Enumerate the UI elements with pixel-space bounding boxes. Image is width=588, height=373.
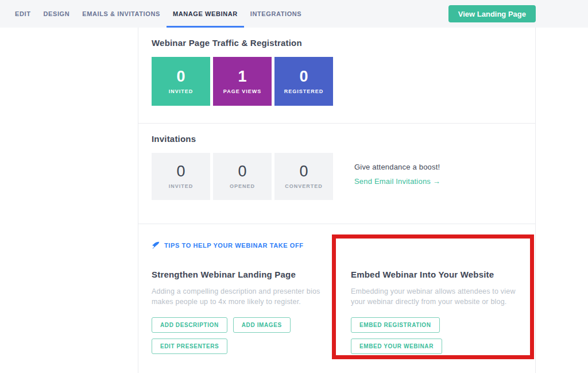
- embed-your-webinar-button[interactable]: EMBED YOUR WEBINAR: [351, 339, 442, 354]
- page: EDIT DESIGN EMAILS & INVITATIONS MANAGE …: [0, 0, 588, 373]
- stat-tile-opened: 0 OPENED: [213, 153, 272, 200]
- top-nav: EDIT DESIGN EMAILS & INVITATIONS MANAGE …: [0, 0, 588, 28]
- stat-value: 0: [299, 164, 308, 179]
- embed-title: Embed Webinar Into Your Website: [351, 270, 522, 279]
- strengthen-buttons: ADD DESCRIPTION ADD IMAGES EDIT PRESENTE…: [152, 317, 335, 354]
- tab-edit[interactable]: EDIT: [9, 0, 37, 28]
- stat-value: 0: [238, 164, 246, 179]
- stat-tile-page-views: 1 PAGE VIEWS: [213, 57, 272, 106]
- embed-registration-button[interactable]: EMBED REGISTRATION: [351, 317, 440, 333]
- stat-value: 0: [176, 164, 185, 179]
- tab-manage-webinar[interactable]: MANAGE WEBINAR: [167, 0, 244, 28]
- tips-section: TIPS TO HELP YOUR WEBINAR TAKE OFF Stren…: [138, 224, 535, 373]
- stat-tile-registered: 0 REGISTERED: [274, 57, 333, 106]
- embed-buttons: EMBED REGISTRATION EMBED YOUR WEBINAR: [351, 317, 522, 354]
- nav-tabs: EDIT DESIGN EMAILS & INVITATIONS MANAGE …: [0, 0, 308, 28]
- stat-label: REGISTERED: [284, 89, 324, 94]
- strengthen-title: Strengthen Webinar Landing Page: [152, 270, 351, 279]
- stat-label: CONVERTED: [285, 183, 323, 189]
- embed-webinar-column: Embed Webinar Into Your Website Embeddin…: [351, 270, 522, 354]
- strengthen-description: Adding a compelling description and pres…: [152, 286, 325, 307]
- edit-presenters-button[interactable]: EDIT PRESENTERS: [152, 339, 227, 354]
- send-email-invitations-link[interactable]: Send Email Invitations →: [354, 177, 440, 186]
- tips-columns: Strengthen Webinar Landing Page Adding a…: [152, 270, 522, 354]
- content-panel: Webinar Page Traffic & Registration 0 IN…: [138, 28, 536, 373]
- stat-value: 0: [176, 69, 185, 84]
- boost-text: Give attendance a boost!: [354, 163, 440, 171]
- rocket-icon: [152, 241, 160, 249]
- stat-label: PAGE VIEWS: [223, 89, 261, 94]
- invitations-row: 0 INVITED 0 OPENED 0 CONVERTED Give atte…: [152, 153, 522, 200]
- stat-value: 0: [299, 69, 308, 84]
- stat-tile-converted: 0 CONVERTED: [274, 153, 333, 200]
- embed-description: Embedding your webinar allows attendees …: [351, 286, 522, 307]
- stat-label: INVITED: [169, 89, 194, 94]
- tips-header-label: TIPS TO HELP YOUR WEBINAR TAKE OFF: [164, 242, 304, 249]
- traffic-stat-tiles: 0 INVITED 1 PAGE VIEWS 0 REGISTERED: [152, 57, 522, 106]
- tab-integrations[interactable]: INTEGRATIONS: [244, 0, 308, 28]
- view-landing-page-button[interactable]: View Landing Page: [448, 5, 536, 22]
- invitations-section-title: Invitations: [152, 134, 522, 144]
- stat-label: INVITED: [169, 183, 194, 189]
- tab-design[interactable]: DESIGN: [37, 0, 76, 28]
- stat-value: 1: [238, 69, 246, 84]
- tab-emails-invitations[interactable]: EMAILS & INVITATIONS: [76, 0, 167, 28]
- traffic-section-title: Webinar Page Traffic & Registration: [152, 38, 522, 48]
- stat-label: OPENED: [230, 183, 255, 189]
- stat-tile-invited: 0 INVITED: [152, 153, 210, 200]
- stat-tile-invited: 0 INVITED: [152, 57, 210, 106]
- invitation-stat-tiles: 0 INVITED 0 OPENED 0 CONVERTED: [152, 153, 333, 200]
- tips-header: TIPS TO HELP YOUR WEBINAR TAKE OFF: [152, 241, 522, 249]
- traffic-section: Webinar Page Traffic & Registration 0 IN…: [138, 28, 535, 124]
- add-description-button[interactable]: ADD DESCRIPTION: [152, 317, 227, 333]
- add-images-button[interactable]: ADD IMAGES: [233, 317, 291, 333]
- invitations-section: Invitations 0 INVITED 0 OPENED 0 CONVERT…: [138, 124, 535, 224]
- boost-block: Give attendance a boost! Send Email Invi…: [354, 153, 440, 200]
- strengthen-landing-page-column: Strengthen Webinar Landing Page Adding a…: [152, 270, 351, 354]
